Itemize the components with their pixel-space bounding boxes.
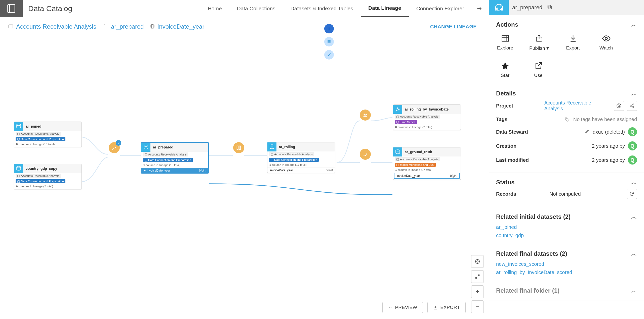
- action-watch[interactable]: Watch: [597, 34, 615, 51]
- project-share-icon[interactable]: [627, 101, 637, 111]
- center-view-button[interactable]: [471, 255, 484, 268]
- project-tag: ▢ Accounts Receivable Analysis: [395, 115, 440, 119]
- nav-data-lineage[interactable]: Data Lineage: [361, 0, 409, 17]
- svg-point-15: [477, 261, 478, 262]
- app-title: Data Catalog: [23, 0, 77, 17]
- svg-point-13: [366, 114, 367, 115]
- detail-key-records: Records: [496, 191, 541, 197]
- sidebar-dataset-name: ar_prepared: [509, 4, 546, 11]
- preview-button[interactable]: PREVIEW: [382, 302, 423, 313]
- nav-data-collections[interactable]: Data Collections: [229, 0, 283, 17]
- node-ar-prepared[interactable]: ar_prepared ▢ Accounts Receivable Analys…: [141, 142, 209, 174]
- svg-point-20: [605, 37, 607, 40]
- column-row[interactable]: ✦ InvoiceDate_yearbigint: [141, 168, 208, 173]
- rel-initial-link[interactable]: ar_joined: [496, 224, 637, 230]
- collapse-rel-folder-icon[interactable]: ︿: [631, 287, 637, 295]
- app-logo[interactable]: [0, 0, 23, 17]
- project-link[interactable]: Accounts Receivable Analysis: [544, 100, 611, 112]
- modified-value: 2 years ago by: [592, 157, 625, 163]
- steward-value: qxue (deleted): [593, 129, 625, 135]
- rel-initial-link[interactable]: country_gdp: [496, 233, 637, 238]
- collapse-actions-icon[interactable]: ︿: [631, 21, 637, 29]
- edit-steward-icon[interactable]: [585, 129, 590, 135]
- collapse-status-icon[interactable]: ︿: [631, 178, 637, 186]
- node-footer: 1 column in lineage (16 total): [141, 163, 208, 168]
- details-sidebar: ar_prepared Actions︿ Explore Publish ▾ E…: [489, 0, 644, 319]
- nav-datasets[interactable]: Datasets & Indexed Tables: [283, 0, 361, 17]
- lineage-canvas[interactable]: ar_joined ▢ Accounts Receivable Analysis…: [0, 19, 489, 319]
- action-explore[interactable]: Explore: [496, 34, 514, 51]
- category-tag: ▢ Model Monitoring and Eval: [395, 163, 436, 167]
- collapse-rel-final-icon[interactable]: ︿: [631, 250, 637, 258]
- list-toggle[interactable]: [324, 37, 334, 46]
- details-heading: Details: [496, 90, 516, 97]
- detail-key-tags: Tags: [496, 117, 541, 122]
- nav-home[interactable]: Home: [200, 0, 229, 17]
- node-title: ar_joined: [23, 124, 44, 128]
- zoom-out-button[interactable]: [471, 300, 484, 313]
- dataset-icon: [267, 142, 276, 151]
- node-title: country_gdp_copy: [23, 167, 60, 171]
- node-title: ar_rolling_by_InvoiceDate: [402, 107, 451, 111]
- project-tag: ▢ Accounts Receivable Analysis: [16, 174, 61, 178]
- detail-key-steward: Data Steward: [496, 129, 541, 135]
- rel-final-link[interactable]: ar_rolling_by_InvoiceDate_scored: [496, 270, 637, 275]
- svg-point-25: [566, 118, 567, 119]
- copy-name-icon[interactable]: [546, 3, 553, 12]
- recipe-group[interactable]: [360, 110, 371, 121]
- node-country-gdp-copy[interactable]: country_gdp_copy ▢ Accounts Receivable A…: [14, 164, 82, 189]
- project-tag: ▢ Accounts Receivable Analysis: [269, 152, 314, 156]
- svg-point-14: [475, 259, 479, 263]
- recipe-prepare[interactable]: [109, 142, 120, 153]
- column-row[interactable]: InvoiceDate_yearbigint: [267, 168, 335, 173]
- detail-key-modified: Last modified: [496, 157, 541, 163]
- check-toggle[interactable]: [324, 50, 334, 60]
- category-tag: ▢ Data Connection and Preparation: [16, 179, 65, 183]
- detail-key-project: Project: [496, 103, 541, 109]
- svg-rect-17: [548, 5, 551, 8]
- avatar: Q: [628, 127, 637, 136]
- detail-key-creation: Creation: [496, 143, 541, 149]
- export-canvas-button[interactable]: EXPORT: [427, 302, 466, 313]
- records-value: Not computed: [549, 191, 581, 197]
- node-ar-joined[interactable]: ar_joined ▢ Accounts Receivable Analysis…: [14, 122, 82, 147]
- nav-connection-explorer[interactable]: Connection Explorer: [409, 0, 472, 17]
- column-row[interactable]: InvoiceDate_yearbigint: [394, 173, 460, 179]
- action-use[interactable]: Use: [529, 61, 547, 78]
- project-tag: ▢ Accounts Receivable Analysis: [143, 152, 188, 156]
- fullscreen-button[interactable]: [471, 270, 484, 283]
- expand-right-icon[interactable]: [474, 5, 484, 12]
- action-publish[interactable]: Publish ▾: [529, 34, 549, 51]
- info-toggle[interactable]: i: [324, 24, 334, 33]
- collapse-details-icon[interactable]: ︿: [631, 89, 637, 97]
- svg-rect-11: [239, 146, 241, 150]
- project-tag: ▢ Accounts Receivable Analysis: [395, 157, 440, 161]
- collapse-rel-initial-icon[interactable]: ︿: [631, 213, 637, 221]
- rel-final-link[interactable]: new_invoices_scored: [496, 261, 637, 267]
- zoom-in-button[interactable]: [471, 285, 484, 298]
- svg-point-12: [364, 114, 365, 115]
- rel-final-heading: Related final datasets (2): [496, 250, 567, 257]
- node-footer: 1 column in lineage (17 total): [393, 168, 461, 173]
- project-tag: ▢ Accounts Receivable Analysis: [16, 132, 61, 136]
- node-title: ar_ground_truth: [402, 150, 435, 154]
- node-ar-rolling[interactable]: ar_rolling ▢ Accounts Receivable Analysi…: [267, 142, 335, 173]
- node-ar-ground-truth[interactable]: ar_ground_truth ▢ Accounts Receivable An…: [393, 147, 461, 180]
- tag-icon: [565, 117, 570, 122]
- avatar: Q: [628, 141, 637, 150]
- node-ar-rolling-by-invoicedate[interactable]: ar_rolling_by_InvoiceDate ▢ Accounts Rec…: [393, 104, 461, 130]
- avatar: Q: [628, 155, 637, 165]
- recipe-sync[interactable]: [360, 149, 371, 160]
- refresh-records-icon[interactable]: [627, 189, 637, 199]
- node-title: ar_prepared: [150, 145, 176, 149]
- dataset-icon: [14, 164, 23, 173]
- action-export[interactable]: Export: [564, 34, 582, 51]
- node-footer: 1 column in lineage (17 total): [267, 163, 335, 168]
- recipe-window[interactable]: [233, 142, 244, 153]
- category-tag: ▢ Data Connection and Preparation: [143, 158, 193, 162]
- project-goto-icon[interactable]: [614, 101, 624, 111]
- action-star[interactable]: Star: [496, 61, 514, 78]
- svg-rect-10: [237, 146, 238, 150]
- category-tag: ▢ Data Connection and Preparation: [16, 137, 65, 141]
- rel-initial-heading: Related initial datasets (2): [496, 213, 571, 220]
